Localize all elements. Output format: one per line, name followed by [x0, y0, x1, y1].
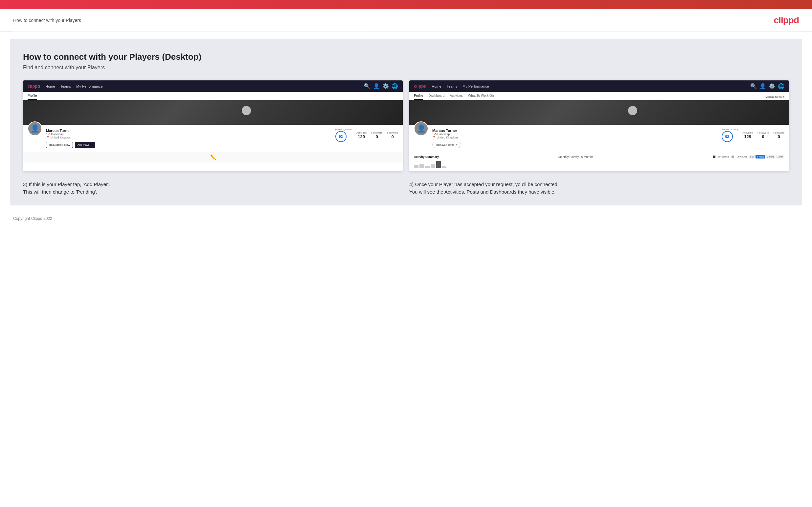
edit-icon-1: ✏️	[210, 155, 216, 160]
activities-label-1: Activities	[356, 131, 367, 134]
search-icon-2[interactable]: 🔍	[750, 83, 757, 89]
app-nav-1: clippd Home Teams My Performance 🔍 👤 ⚙️ …	[23, 80, 403, 92]
screenshot-1: clippd Home Teams My Performance 🔍 👤 ⚙️ …	[23, 80, 403, 171]
request-follow-button[interactable]: Request to Follow	[46, 142, 73, 148]
close-icon: ✕	[455, 144, 458, 146]
time-btn-1mth[interactable]: 1 mth	[776, 155, 784, 159]
on-course-label: On course	[718, 156, 728, 158]
activities-stat-1: Activities 129	[356, 131, 367, 139]
following-stat-2: Following 0	[773, 131, 784, 139]
nav-home-1: Home	[45, 84, 55, 88]
user-icon-1[interactable]: 👤	[373, 83, 380, 89]
followers-label-1: Followers	[371, 131, 383, 134]
screenshot-footer-1: ✏️	[23, 152, 403, 162]
tab-profile-1[interactable]: Profile	[28, 94, 37, 100]
followers-stat-2: Followers 0	[757, 131, 769, 139]
nav-teams-1: Teams	[60, 84, 71, 88]
add-player-button[interactable]: Add Player +	[75, 142, 95, 148]
tab-dashboard-2[interactable]: Dashboard	[428, 94, 445, 100]
caption-3: 3) If this is your Player tap, 'Add Play…	[23, 181, 403, 195]
tab-profile-2[interactable]: Profile	[414, 94, 423, 100]
followers-label-2: Followers	[757, 131, 769, 134]
time-btn-6mths[interactable]: 6 mths	[756, 155, 765, 159]
globe-icon-1[interactable]: 🌐	[392, 83, 398, 89]
player-handicap-1: 1-5 Handicap	[46, 132, 332, 136]
search-icon-1[interactable]: 🔍	[364, 83, 370, 89]
quality-circle-2: 92	[722, 131, 733, 142]
caption-4-text: 4) Once your Player has accepted your re…	[409, 181, 559, 194]
following-stat-1: Following 0	[387, 131, 398, 139]
profile-stats-1: Player Quality 92 Activities 129 Followe…	[336, 128, 398, 142]
app-logo-1: clippd	[28, 84, 40, 89]
bar-3	[425, 166, 429, 168]
time-buttons: 1 yr 6 mths 3 mths 1 mth	[749, 155, 784, 159]
activities-label-2: Activities	[742, 131, 753, 134]
off-course-label: Off course	[737, 156, 747, 158]
top-bar	[0, 0, 812, 9]
bar-2	[419, 164, 424, 168]
activity-controls-2: On course Off course 1 yr 6 mths 3 mths …	[713, 155, 784, 159]
footer: Copyright Clippd 2022	[0, 212, 812, 228]
profile-info-1: Marcus Turner 1-5 Handicap 📍 United King…	[46, 128, 332, 148]
app-nav-2: clippd Home Teams My Performance 🔍 👤 ⚙️ …	[409, 80, 789, 92]
following-label-1: Following	[387, 131, 398, 134]
header: How to connect with your Players clippd	[0, 9, 812, 32]
player-country-2: 📍 United Kingdom	[432, 136, 718, 139]
time-btn-3mths[interactable]: 3 mths	[766, 155, 775, 159]
tab-activities-2[interactable]: Activities	[450, 94, 462, 100]
tabs-left-2: Profile Dashboard Activities What To Wor…	[414, 94, 494, 100]
profile-stats-2: Player Quality 92 Activities 129 Followe…	[722, 128, 784, 142]
quality-circle-1: 92	[336, 131, 347, 142]
bar-1	[414, 165, 418, 168]
following-value-1: 0	[387, 134, 398, 139]
remove-player-button[interactable]: Remove Player ✕	[432, 142, 461, 148]
avatar-2: 👤	[414, 121, 428, 136]
tab-whattoworkon-2[interactable]: What To Work On	[468, 94, 494, 100]
settings-icon-2[interactable]: ⚙️	[769, 83, 775, 89]
app-tabs-1: Profile	[23, 92, 403, 100]
marcus-dropdown[interactable]: Marcus Turner ▾	[765, 96, 784, 99]
page-title: How to connect with your Players (Deskto…	[23, 52, 789, 62]
chart-bars-2	[414, 161, 784, 168]
settings-icon-1[interactable]: ⚙️	[383, 83, 389, 89]
nav-icons-1: 🔍 👤 ⚙️ 🌐	[364, 83, 398, 89]
activities-value-1: 129	[356, 134, 367, 139]
quality-stat-1: Player Quality 92	[336, 128, 352, 142]
main-content: How to connect with your Players (Deskto…	[10, 39, 802, 206]
profile-info-2: Marcus Turner 1-5 Handicap 📍 United King…	[432, 128, 718, 148]
avatar-1: 👤	[28, 121, 42, 136]
golf-ball-2	[628, 106, 637, 115]
following-value-2: 0	[773, 134, 784, 139]
caption-row: 3) If this is your Player tap, 'Add Play…	[23, 181, 789, 195]
screenshots-row: clippd Home Teams My Performance 🔍 👤 ⚙️ …	[23, 80, 789, 171]
player-name-1: Marcus Turner	[46, 129, 332, 132]
quality-value-2: 92	[725, 134, 729, 138]
followers-value-1: 0	[371, 134, 383, 139]
bar-6	[442, 166, 446, 168]
logo: clippd	[774, 15, 799, 25]
app-logo-2: clippd	[414, 84, 426, 89]
quality-stat-2: Player Quality 92	[722, 128, 738, 142]
nav-icons-2: 🔍 👤 ⚙️ 🌐	[750, 83, 784, 89]
activities-value-2: 129	[742, 134, 753, 139]
activity-summary-2: Activity Summary Monthly Activity · 6 Mo…	[409, 152, 789, 171]
globe-icon-2[interactable]: 🌐	[778, 83, 784, 89]
user-icon-2[interactable]: 👤	[759, 83, 766, 89]
nav-performance-2: My Performance	[462, 84, 489, 88]
following-label-2: Following	[773, 131, 784, 134]
page-subtitle: Find and connect with your Players	[23, 65, 789, 70]
time-btn-1yr[interactable]: 1 yr	[749, 155, 755, 159]
activity-period-2: Monthly Activity · 6 Months	[558, 155, 594, 159]
legend-2: On course Off course	[713, 156, 747, 158]
bar-4	[430, 164, 435, 168]
player-country-1: 📍 United Kingdom	[46, 136, 332, 139]
followers-value-2: 0	[757, 134, 769, 139]
header-divider	[13, 32, 799, 32]
player-handicap-2: 1-5 Handicap	[432, 132, 718, 136]
nav-home-2: Home	[432, 84, 441, 88]
profile-section-2: 👤 Marcus Turner 1-5 Handicap 📍 United Ki…	[409, 125, 789, 152]
bar-5	[436, 161, 441, 168]
golf-ball-1	[242, 106, 251, 115]
avatar-icon-2: 👤	[417, 124, 426, 133]
hero-banner-1	[23, 100, 403, 125]
